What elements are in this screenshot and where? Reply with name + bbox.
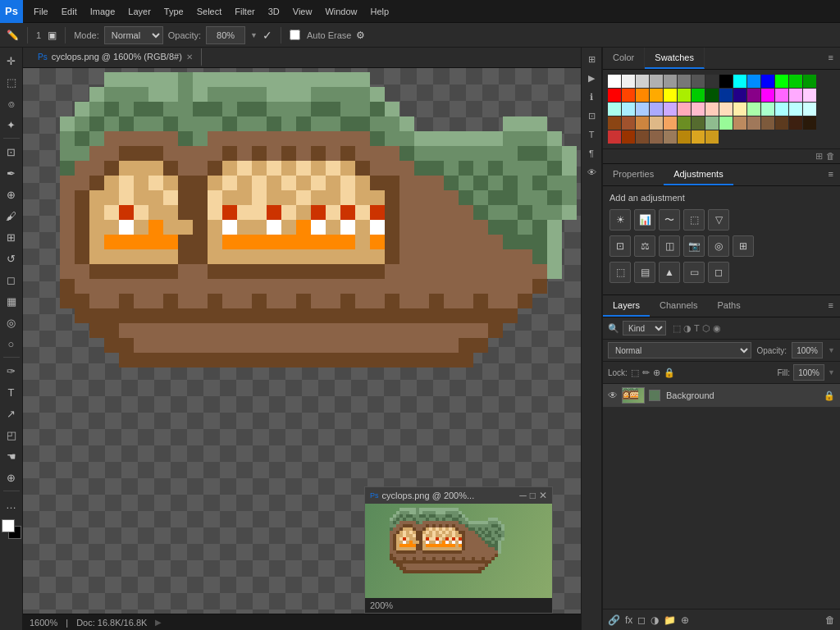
swatch[interactable] [775, 116, 788, 130]
tab-paths[interactable]: Paths [708, 295, 751, 317]
fill-arrow-icon[interactable]: ▼ [828, 368, 835, 377]
fill-value-input[interactable] [793, 364, 824, 381]
swatch[interactable] [803, 89, 816, 102]
gradient-tool[interactable]: ▦ [2, 291, 21, 311]
swatch[interactable] [608, 130, 621, 144]
swatch[interactable] [789, 75, 802, 88]
swatch[interactable] [747, 103, 760, 116]
lock-artboard-icon[interactable]: ⊕ [653, 368, 660, 378]
crop-tool[interactable]: ⊡ [2, 142, 21, 162]
swatch[interactable] [678, 130, 691, 144]
layer-adjustment-icon[interactable]: ◑ [651, 614, 659, 626]
play-icon-btn[interactable]: ▶ [583, 70, 600, 86]
adjustment-filter-icon[interactable]: ◑ [683, 323, 692, 334]
pen-tool[interactable]: ✑ [2, 361, 21, 381]
swatch[interactable] [664, 130, 677, 144]
erase-settings-icon[interactable]: ⚙ [356, 30, 365, 41]
swatch[interactable] [705, 89, 719, 102]
swatch[interactable] [692, 75, 705, 88]
lasso-tool[interactable]: ⌾ [2, 94, 21, 113]
swatch[interactable] [775, 89, 788, 102]
para-icon-btn[interactable]: ¶ [583, 145, 600, 162]
new-layer-icon[interactable]: ⊕ [681, 614, 689, 626]
swatch[interactable] [747, 75, 760, 88]
swatch[interactable] [789, 116, 802, 130]
swatch[interactable] [803, 75, 816, 88]
opacity-arrow[interactable]: ▼ [250, 31, 258, 39]
swatch[interactable] [636, 75, 649, 88]
swatch[interactable] [719, 103, 733, 116]
pixel-filter-icon[interactable]: ⬚ [673, 323, 681, 334]
swatch[interactable] [664, 103, 677, 116]
swatch[interactable] [803, 103, 816, 116]
swatch[interactable] [719, 89, 733, 102]
swatch[interactable] [761, 89, 774, 102]
menu-file[interactable]: File [28, 3, 54, 20]
marquee-tool[interactable]: ⬚ [2, 72, 21, 92]
swatch[interactable] [636, 103, 649, 116]
status-arrow[interactable]: ▶ [155, 618, 162, 627]
exposure-icon[interactable]: ⬚ [683, 209, 705, 231]
swatch[interactable] [678, 75, 691, 88]
blur-tool[interactable]: ◎ [2, 313, 21, 332]
levels-icon[interactable]: 📊 [634, 209, 655, 231]
menu-type[interactable]: Type [158, 3, 189, 20]
photo-filter-icon[interactable]: 📷 [683, 235, 705, 257]
swatch[interactable] [692, 130, 705, 144]
swatches-menu-icon[interactable]: ≡ [822, 48, 840, 69]
tab-swatches[interactable]: Swatches [645, 48, 705, 69]
eyedropper-tool[interactable]: ✒ [2, 163, 21, 183]
layer-visibility-icon[interactable]: 👁 [608, 390, 618, 401]
swatch[interactable] [719, 75, 733, 88]
shape-filter-icon[interactable]: ⬡ [702, 323, 710, 334]
eraser-tool[interactable]: ◻ [2, 270, 21, 290]
color-balance-icon[interactable]: ⚖ [634, 235, 655, 257]
smart-filter-icon[interactable]: ◉ [713, 323, 721, 334]
auto-erase-checkbox[interactable] [290, 30, 300, 40]
mini-preview-window[interactable]: Ps cyclops.png @ 200%... ─ □ ✕ 200% [364, 486, 553, 614]
menu-layer[interactable]: Layer [122, 3, 157, 20]
menu-view[interactable]: View [287, 3, 318, 20]
type-icon-btn[interactable]: T [583, 126, 600, 143]
invert-icon[interactable]: ⬚ [609, 262, 631, 283]
swatch[interactable] [664, 75, 677, 88]
swatch[interactable] [761, 103, 774, 116]
mode-select[interactable]: NormalDissolveMultiply [104, 26, 163, 44]
lock-all-icon[interactable]: 🔒 [664, 368, 675, 378]
swatch[interactable] [678, 89, 691, 102]
airbrush-icon[interactable]: ✓ [262, 29, 272, 42]
menu-3d[interactable]: 3D [262, 3, 285, 20]
tab-adjustments[interactable]: Adjustments [664, 164, 733, 185]
swatch[interactable] [747, 89, 760, 102]
new-group-icon[interactable]: 📁 [664, 614, 676, 626]
swatch[interactable] [789, 89, 802, 102]
swatch[interactable] [761, 75, 774, 88]
layer-row-background[interactable]: 👁 Background 🔒 [603, 384, 840, 408]
magic-wand-tool[interactable]: ✦ [2, 115, 21, 135]
path-selection-tool[interactable]: ↗ [2, 404, 21, 423]
stamp-tool[interactable]: ⊞ [2, 227, 21, 247]
gradient-map-icon[interactable]: ▭ [683, 262, 705, 283]
swatch[interactable] [650, 130, 663, 144]
zoom-tool[interactable]: ⊕ [2, 468, 21, 487]
swatch[interactable] [678, 116, 691, 130]
swatch[interactable] [705, 75, 719, 88]
opacity-arrow-icon[interactable]: ▼ [828, 346, 835, 354]
blend-mode-select[interactable]: NormalDissolveMultiply [608, 342, 751, 358]
swatch[interactable] [775, 75, 788, 88]
lock-position-icon[interactable]: ✏ [642, 368, 650, 378]
menu-edit[interactable]: Edit [56, 3, 83, 20]
selective-color-icon[interactable]: ◻ [708, 262, 729, 283]
swatch[interactable] [705, 116, 719, 130]
swatch[interactable] [747, 116, 760, 130]
swatch[interactable] [733, 89, 746, 102]
swatch[interactable] [733, 103, 746, 116]
add-swatch-icon[interactable]: ⊞ [815, 151, 823, 162]
opacity-value-input[interactable] [792, 342, 823, 358]
layer-mask-icon[interactable]: ◻ [637, 614, 646, 626]
layer-fx-icon[interactable]: fx [625, 614, 632, 626]
foreground-color[interactable] [2, 519, 15, 532]
swatch[interactable] [636, 130, 649, 144]
swatch[interactable] [803, 116, 816, 130]
posterize-icon[interactable]: ▤ [634, 262, 655, 283]
